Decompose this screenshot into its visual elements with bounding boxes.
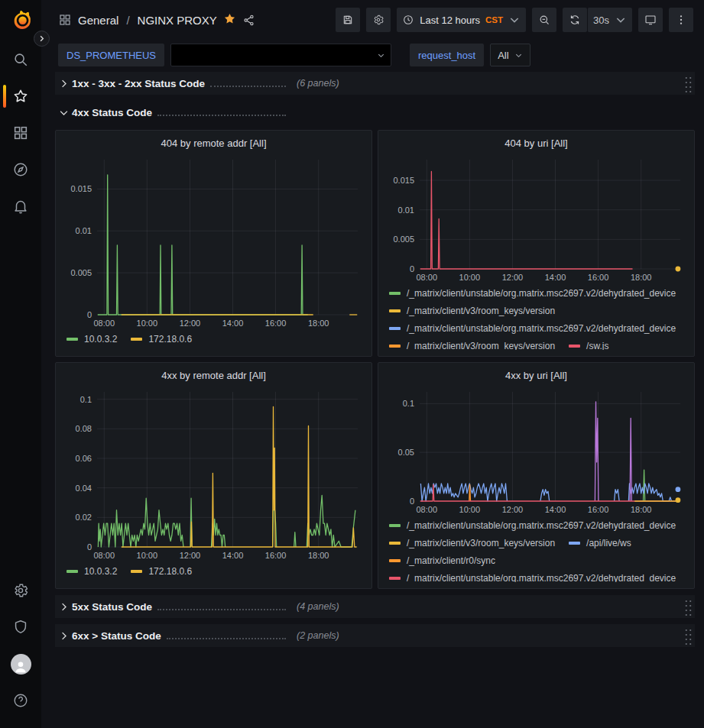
dashboard-settings-button[interactable] xyxy=(366,8,391,32)
breadcrumb-dashboard-title[interactable]: NGINX PROXY xyxy=(138,14,217,27)
grafana-logo[interactable] xyxy=(7,6,34,34)
chart-area[interactable]: 00.020.040.060.080.108:0010:0012:0014:00… xyxy=(62,386,365,562)
request-host-variable-value: All xyxy=(498,50,508,61)
share-icon[interactable] xyxy=(242,14,255,27)
svg-text:14:00: 14:00 xyxy=(545,505,566,514)
series-line xyxy=(540,490,550,501)
svg-text:14:00: 14:00 xyxy=(222,319,244,328)
svg-text:18:00: 18:00 xyxy=(308,319,329,328)
row-drag-handle[interactable] xyxy=(683,598,692,616)
legend-label: 172.18.0.6 xyxy=(148,566,192,577)
panel-title[interactable]: 4xx by uri [All] xyxy=(384,366,688,386)
sidebar-item-alerting[interactable] xyxy=(0,188,41,225)
refresh-button[interactable] xyxy=(563,8,587,32)
legend-item[interactable]: /_matrix/client/v3/room_keys/version xyxy=(389,302,555,319)
svg-text:12:00: 12:00 xyxy=(502,273,524,282)
legend-label: /_matrix/client/unstable/org.matrix.msc2… xyxy=(407,520,676,531)
legend-item[interactable]: /_matrix/client/v3/room_keys/version xyxy=(389,337,555,350)
legend-item[interactable]: /_matrix/client/unstable/org.matrix.msc2… xyxy=(389,569,676,582)
dashboard-content: 1xx - 3xx - 2xx Status Code (6 panels) 4… xyxy=(41,70,704,728)
svg-text:0.015: 0.015 xyxy=(393,176,414,185)
chevron-right-icon[interactable] xyxy=(58,76,72,90)
breadcrumb-folder[interactable]: General xyxy=(78,14,118,27)
svg-text:14:00: 14:00 xyxy=(222,551,244,560)
time-range-picker[interactable]: Last 12 hours CST xyxy=(397,8,526,32)
save-dashboard-button[interactable] xyxy=(336,8,360,32)
sidebar-item-dashboards[interactable] xyxy=(0,115,41,151)
cycle-view-mode-button[interactable] xyxy=(638,8,663,32)
chart-area[interactable]: 00.050.108:0010:0012:0014:0016:0018:00 xyxy=(384,386,688,516)
sidebar-item-server-admin[interactable] xyxy=(0,609,41,645)
svg-text:16:00: 16:00 xyxy=(265,319,287,328)
svg-text:08:00: 08:00 xyxy=(416,505,437,514)
row-4xx[interactable]: 4xx Status Code xyxy=(55,101,695,124)
row-1xx-3xx-2xx[interactable]: 1xx - 3xx - 2xx Status Code (6 panels) xyxy=(55,72,695,95)
svg-text:10:00: 10:00 xyxy=(137,319,158,328)
request-host-variable-select[interactable]: All xyxy=(490,44,530,66)
svg-text:0.08: 0.08 xyxy=(76,424,92,433)
row-dotted-leader xyxy=(167,638,286,639)
refresh-interval-select[interactable]: 30s xyxy=(587,8,632,32)
breadcrumb-separator: / xyxy=(125,14,131,27)
row-drag-handle[interactable] xyxy=(683,75,692,92)
main-area: General / NGINX PROXY xyxy=(41,0,704,728)
legend-item[interactable]: /_matrix/client/v3/room_keys/version xyxy=(389,534,555,552)
row-dotted-leader xyxy=(157,609,286,610)
search-icon xyxy=(12,51,29,68)
row-drag-handle[interactable] xyxy=(683,627,692,645)
svg-text:0: 0 xyxy=(410,264,414,273)
legend-item[interactable]: /api/live/ws xyxy=(569,534,631,552)
row-dotted-leader xyxy=(210,86,286,87)
sidebar-item-profile[interactable] xyxy=(0,645,41,682)
legend-item[interactable]: /_matrix/client/unstable/org.matrix.msc2… xyxy=(389,284,676,302)
legend-item[interactable]: 10.0.3.2 xyxy=(67,330,117,348)
sidebar-expand-button[interactable] xyxy=(34,31,50,47)
sidebar-item-configuration[interactable] xyxy=(0,572,41,609)
datasource-variable-select[interactable] xyxy=(170,44,391,66)
legend-swatch xyxy=(569,345,580,348)
panel-title[interactable]: 404 by uri [All] xyxy=(384,134,688,154)
chevron-right-icon[interactable] xyxy=(58,629,72,642)
panel-title[interactable]: 404 by remote addr [All] xyxy=(62,134,365,154)
legend-item[interactable]: /_matrix/client/unstable/org.matrix.msc2… xyxy=(389,516,676,534)
panel-title[interactable]: 4xx by remote addr [All] xyxy=(62,366,365,386)
svg-text:18:00: 18:00 xyxy=(631,273,652,282)
row-dotted-leader xyxy=(157,115,286,116)
breadcrumb: General / NGINX PROXY xyxy=(58,12,255,28)
legend-item[interactable]: /_matrix/client/unstable/org.matrix.msc2… xyxy=(389,319,676,337)
legend-item[interactable]: 172.18.0.6 xyxy=(131,562,192,580)
sidebar-item-search[interactable] xyxy=(0,41,41,78)
series-line xyxy=(630,419,631,502)
zoom-out-time-button[interactable] xyxy=(532,8,556,32)
legend-item[interactable]: 172.18.0.6 xyxy=(131,330,192,348)
chevron-down-icon[interactable] xyxy=(58,105,72,119)
legend-swatch xyxy=(389,559,401,562)
sidebar-item-help[interactable] xyxy=(0,682,41,719)
legend-label: 10.0.3.2 xyxy=(84,566,117,577)
panel-1: 404 by uri [All]00.0050.010.01508:0010:0… xyxy=(378,130,695,357)
legend-item[interactable]: 10.0.3.2 xyxy=(67,562,117,580)
legend-label: 172.18.0.6 xyxy=(148,334,192,345)
chevron-right-icon[interactable] xyxy=(58,600,72,613)
chart-area[interactable]: 00.0050.010.01508:0010:0012:0014:0016:00… xyxy=(62,154,365,330)
series-end-dot xyxy=(676,267,681,272)
series-line xyxy=(294,532,296,547)
chevron-down-icon xyxy=(377,51,385,60)
row-6xx[interactable]: 6xx > Status Code (2 panels) xyxy=(55,624,695,647)
time-range-label: Last 12 hours xyxy=(420,15,480,26)
legend-swatch xyxy=(389,542,401,545)
legend-swatch xyxy=(389,309,401,312)
favorite-star-button[interactable] xyxy=(223,12,236,28)
row-5xx[interactable]: 5xx Status Code (4 panels) xyxy=(55,595,695,618)
svg-text:18:00: 18:00 xyxy=(308,551,329,560)
user-avatar xyxy=(11,654,31,675)
svg-text:16:00: 16:00 xyxy=(588,273,609,282)
svg-text:14:00: 14:00 xyxy=(545,273,566,282)
legend-item[interactable]: /_matrix/client/r0/sync xyxy=(389,552,495,569)
more-options-menu[interactable] xyxy=(669,8,693,32)
legend-item[interactable]: /sw.js xyxy=(569,337,608,350)
chart-area[interactable]: 00.0050.010.01508:0010:0012:0014:0016:00… xyxy=(384,154,688,284)
legend-swatch xyxy=(67,570,78,573)
sidebar-item-explore[interactable] xyxy=(0,151,41,188)
sidebar-item-starred[interactable] xyxy=(0,78,41,115)
